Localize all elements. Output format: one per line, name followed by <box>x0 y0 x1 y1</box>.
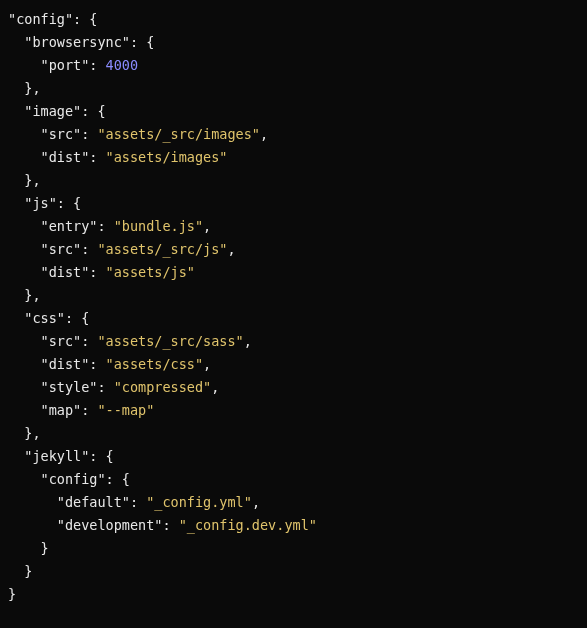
json-key: "js" <box>24 195 57 211</box>
json-key: "dist" <box>41 149 90 165</box>
json-key: "default" <box>57 494 130 510</box>
json-string: "assets/_src/images" <box>97 126 260 142</box>
code-line: }, <box>8 284 579 307</box>
code-line: "config": { <box>8 468 579 491</box>
json-string: "assets/_src/js" <box>97 241 227 257</box>
json-key: "config" <box>41 471 106 487</box>
code-line: "config": { <box>8 8 579 31</box>
json-string: "compressed" <box>114 379 212 395</box>
json-key: "config" <box>8 11 73 27</box>
json-string: "_config.dev.yml" <box>179 517 317 533</box>
json-key: "src" <box>41 126 82 142</box>
json-key: "jekyll" <box>24 448 89 464</box>
json-string: "assets/_src/sass" <box>97 333 243 349</box>
code-line: } <box>8 560 579 583</box>
json-string: "--map" <box>97 402 154 418</box>
json-key: "dist" <box>41 356 90 372</box>
json-string: "_config.yml" <box>146 494 252 510</box>
code-line: "style": "compressed", <box>8 376 579 399</box>
code-line: "dist": "assets/css", <box>8 353 579 376</box>
code-line: "src": "assets/_src/js", <box>8 238 579 261</box>
json-number: 4000 <box>106 57 139 73</box>
json-key: "browsersync" <box>24 34 130 50</box>
code-line: "entry": "bundle.js", <box>8 215 579 238</box>
code-line: "src": "assets/_src/sass", <box>8 330 579 353</box>
code-line: "js": { <box>8 192 579 215</box>
code-line: "port": 4000 <box>8 54 579 77</box>
code-block: "config": { "browsersync": { "port": 400… <box>8 8 579 606</box>
json-string: "assets/images" <box>106 149 228 165</box>
code-line: "development": "_config.dev.yml" <box>8 514 579 537</box>
json-key: "port" <box>41 57 90 73</box>
code-line: "dist": "assets/images" <box>8 146 579 169</box>
json-key: "src" <box>41 333 82 349</box>
json-string: "bundle.js" <box>114 218 203 234</box>
code-line: "browsersync": { <box>8 31 579 54</box>
json-key: "dist" <box>41 264 90 280</box>
code-line: "dist": "assets/js" <box>8 261 579 284</box>
code-line: "map": "--map" <box>8 399 579 422</box>
code-line: } <box>8 583 579 606</box>
code-line: "jekyll": { <box>8 445 579 468</box>
code-line: } <box>8 537 579 560</box>
code-line: "src": "assets/_src/images", <box>8 123 579 146</box>
code-line: "image": { <box>8 100 579 123</box>
code-line: }, <box>8 77 579 100</box>
json-key: "image" <box>24 103 81 119</box>
json-string: "assets/js" <box>106 264 195 280</box>
json-string: "assets/css" <box>106 356 204 372</box>
code-line: "default": "_config.yml", <box>8 491 579 514</box>
code-line: }, <box>8 422 579 445</box>
code-line: "css": { <box>8 307 579 330</box>
json-key: "css" <box>24 310 65 326</box>
json-key: "map" <box>41 402 82 418</box>
code-line: }, <box>8 169 579 192</box>
json-key: "development" <box>57 517 163 533</box>
json-key: "src" <box>41 241 82 257</box>
json-key: "style" <box>41 379 98 395</box>
json-key: "entry" <box>41 218 98 234</box>
